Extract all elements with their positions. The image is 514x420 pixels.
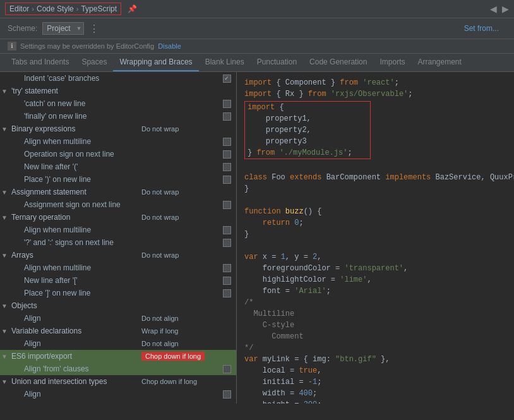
- toggle-assignment[interactable]: ▼: [0, 189, 9, 196]
- row-union: ▼ Union and intersection types Chop down…: [0, 375, 236, 388]
- checkbox-close-bracket[interactable]: [223, 289, 231, 297]
- label-align-arrays: Align when multiline: [9, 263, 141, 272]
- value-arrays[interactable]: Do not wrap: [141, 251, 179, 259]
- toggle-es6[interactable]: ▼: [0, 353, 9, 360]
- code-line-6: property3: [248, 136, 368, 147]
- code-line-4: property1,: [248, 113, 368, 124]
- scheme-options-icon[interactable]: ⋮: [89, 23, 99, 35]
- toggle-var-decl[interactable]: ▼: [0, 328, 9, 335]
- code-line-height: height = 300:: [244, 399, 506, 404]
- code-blank-3: [244, 240, 506, 251]
- checkbox-indent-case[interactable]: [223, 75, 231, 83]
- label-objects: Objects: [9, 301, 141, 310]
- value-align-var[interactable]: Do not align: [141, 340, 179, 347]
- label-align-var: Align: [9, 339, 141, 348]
- row-ternary-signs: '?' and ':' signs on next line: [0, 236, 236, 249]
- toggle-arrays[interactable]: ▼: [0, 252, 9, 259]
- forward-arrow-icon[interactable]: ▶: [502, 4, 509, 14]
- code-line-mylink2: local = true,: [244, 365, 506, 376]
- checkbox-finally[interactable]: [223, 112, 231, 121]
- checkbox-assignment-sign[interactable]: [223, 201, 231, 209]
- value-es6[interactable]: Chop down if long: [141, 352, 205, 361]
- code-line-width: width = 400;: [244, 388, 506, 399]
- value-align-objects[interactable]: Do not align: [141, 315, 179, 322]
- row-binary-expr: ▼ Binary expressions Do not wrap: [0, 123, 236, 135]
- value-var-decl[interactable]: Wrap if long: [141, 327, 179, 335]
- back-arrow-icon[interactable]: ◀: [490, 4, 497, 14]
- row-ternary: ▼ Ternary operation Do not wrap: [0, 211, 236, 224]
- row-place-close-paren: Place ')' on new line: [0, 173, 236, 186]
- breadcrumb-editor[interactable]: Editor: [9, 4, 29, 13]
- toggle-try[interactable]: ▼: [0, 88, 9, 95]
- label-align-binary: Align when multiline: [9, 137, 141, 146]
- checkbox-align-ternary[interactable]: [223, 226, 231, 234]
- row-align-objects: Align Do not align: [0, 312, 236, 325]
- label-union: Union and intersection types: [9, 377, 141, 386]
- checkbox-align-binary[interactable]: [223, 138, 231, 146]
- label-es6: ES6 import/export: [9, 352, 141, 361]
- row-var-decl: ▼ Variable declarations Wrap if long: [0, 325, 236, 337]
- toggle-binary[interactable]: ▼: [0, 126, 9, 133]
- pin-icon[interactable]: 📌: [128, 4, 137, 13]
- value-union[interactable]: Chop down if long: [141, 378, 197, 385]
- row-es6-import[interactable]: ▼ ES6 import/export Chop down if long: [0, 350, 236, 363]
- checkbox-op-sign[interactable]: [223, 150, 231, 159]
- checkbox-align-union[interactable]: [223, 390, 231, 399]
- checkbox-newline-paren[interactable]: [223, 163, 231, 171]
- toggle-ternary[interactable]: ▼: [0, 214, 9, 221]
- label-close-bracket: Place ']' on new line: [9, 289, 141, 297]
- code-comment-end: */: [244, 342, 506, 354]
- row-arrays: ▼ Arrays Do not wrap: [0, 249, 236, 261]
- tab-imports[interactable]: Imports: [373, 54, 411, 71]
- code-line-var4: font = 'Arial';: [244, 285, 506, 297]
- scheme-select[interactable]: Project: [42, 22, 84, 35]
- checkbox-ternary-signs[interactable]: [223, 239, 231, 247]
- code-line-class-end: }: [244, 183, 506, 195]
- disable-link[interactable]: Disable: [158, 42, 181, 50]
- row-align-binary: Align when multiline: [0, 135, 236, 148]
- row-objects: ▼ Objects: [0, 299, 236, 312]
- info-icon: ℹ: [8, 42, 16, 51]
- breadcrumb-sep2: ›: [76, 5, 79, 13]
- label-try: 'try' statement: [9, 87, 141, 95]
- breadcrumb: Editor › Code Style › TypeScript: [5, 3, 121, 15]
- value-binary[interactable]: Do not wrap: [141, 125, 179, 133]
- checkbox-newline-bracket[interactable]: [223, 277, 231, 285]
- tab-tabs-and-indents[interactable]: Tabs and Indents: [5, 54, 75, 71]
- code-comment-multi: Multiline: [244, 308, 506, 320]
- row-catch: 'catch' on new line: [0, 97, 236, 110]
- code-line-2: import { Rx } from 'rxjs/Observable';: [244, 88, 506, 100]
- label-binary: Binary expressions: [9, 124, 141, 133]
- label-catch: 'catch' on new line: [9, 99, 141, 108]
- label-ternary-signs: '?' and ':' signs on next line: [9, 238, 141, 247]
- value-assignment[interactable]: Do not wrap: [141, 188, 179, 196]
- checkbox-align-from[interactable]: [223, 365, 231, 373]
- row-align-var: Align Do not align: [0, 337, 236, 350]
- toggle-union[interactable]: ▼: [0, 378, 9, 385]
- breadcrumb-typescript[interactable]: TypeScript: [81, 4, 117, 13]
- set-from-link[interactable]: Set from...: [457, 23, 506, 34]
- row-align-arrays: Align when multiline: [0, 261, 236, 274]
- row-align-ternary: Align when multiline: [0, 224, 236, 236]
- code-comment-cstyle: C-style: [244, 320, 506, 331]
- tab-punctuation[interactable]: Punctuation: [251, 54, 303, 71]
- info-bar: ℹ Settings may be overridden by EditorCo…: [0, 39, 514, 54]
- tab-wrapping-and-braces[interactable]: Wrapping and Braces: [113, 54, 198, 71]
- code-line-fn: function buzz() {: [244, 206, 506, 217]
- row-align-from: Align 'from' clauses: [0, 363, 236, 375]
- value-ternary[interactable]: Do not wrap: [141, 213, 179, 221]
- tab-blank-lines[interactable]: Blank Lines: [199, 54, 251, 71]
- label-indent-case: Indent 'case' branches: [9, 74, 141, 83]
- checkbox-catch[interactable]: [223, 100, 231, 108]
- code-blank-1: [244, 160, 506, 172]
- tab-code-generation[interactable]: Code Generation: [303, 54, 373, 71]
- row-try-statement: ▼ 'try' statement: [0, 85, 236, 97]
- tab-arrangement[interactable]: Arrangement: [411, 54, 467, 71]
- tab-spaces[interactable]: Spaces: [75, 54, 113, 71]
- label-arrays: Arrays: [9, 251, 141, 260]
- toggle-objects[interactable]: ▼: [0, 303, 9, 309]
- checkbox-align-arrays[interactable]: [223, 264, 231, 272]
- checkbox-place-close-paren[interactable]: [223, 176, 231, 184]
- label-assignment: Assignment statement: [9, 188, 141, 196]
- breadcrumb-code-style[interactable]: Code Style: [37, 4, 74, 13]
